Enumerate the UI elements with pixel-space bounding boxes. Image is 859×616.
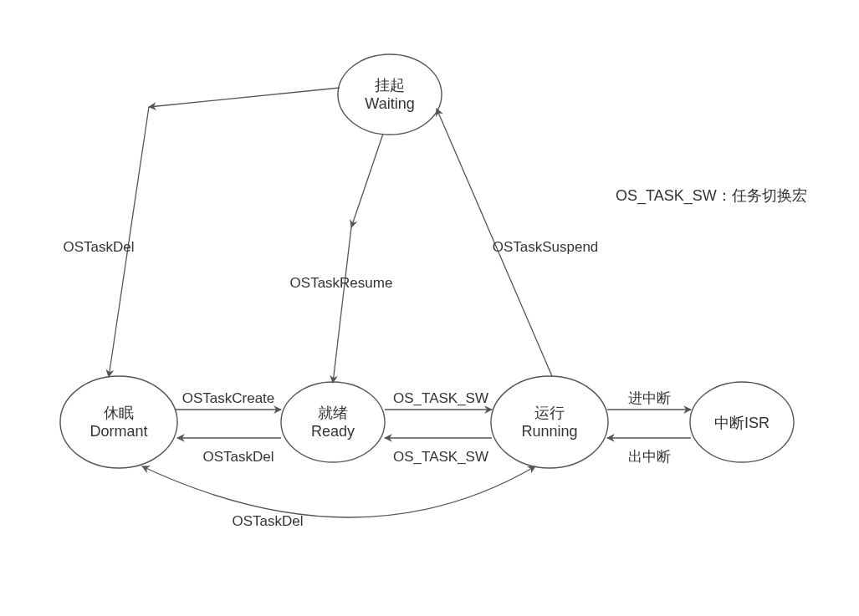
edge-ready-dormant-label: OSTaskDel [202, 449, 274, 465]
node-waiting-en: Waiting [365, 95, 414, 112]
node-ready-cn: 就绪 [318, 405, 348, 421]
edge-running-ready-label: OS_TASK_SW [393, 449, 488, 465]
edge-waiting-dormant: OSTaskDel [63, 88, 340, 377]
node-waiting: 挂起 Waiting [338, 54, 442, 135]
edge-running-isr-label: 进中断 [628, 390, 671, 406]
state-diagram: 挂起 Waiting 休眠 Dormant 就绪 Ready 运行 Runnin… [0, 0, 859, 616]
edge-running-ready: OS_TASK_SW [385, 438, 492, 465]
edge-running-dormant-label: OSTaskDel [232, 513, 303, 529]
node-dormant-cn: 休眠 [104, 405, 134, 421]
edge-ready-running-label: OS_TASK_SW [393, 390, 488, 406]
node-dormant: 休眠 Dormant [60, 376, 177, 468]
node-dormant-en: Dormant [89, 423, 147, 440]
diagram-note: OS_TASK_SW：任务切换宏 [616, 187, 807, 205]
node-ready: 就绪 Ready [281, 382, 385, 462]
node-isr-cn: 中断ISR [714, 415, 770, 431]
node-ready-en: Ready [311, 423, 355, 440]
node-running: 运行 Running [491, 376, 608, 468]
edge-waiting-ready: OSTaskResume [290, 134, 393, 383]
edge-ready-running: OS_TASK_SW [385, 390, 492, 410]
node-running-en: Running [521, 423, 577, 440]
edge-isr-running-label: 出中断 [628, 449, 671, 465]
edge-dormant-ready: OSTaskCreate [176, 390, 281, 410]
edge-waiting-ready-label: OSTaskResume [290, 275, 393, 291]
edge-waiting-dormant-label: OSTaskDel [63, 239, 134, 255]
edge-running-isr: 进中断 [607, 390, 691, 410]
edge-isr-running: 出中断 [607, 438, 691, 465]
edge-running-waiting: OSTaskSuspend [437, 109, 598, 376]
edge-ready-dormant: OSTaskDel [177, 438, 281, 465]
node-waiting-cn: 挂起 [375, 77, 405, 94]
node-running-cn: 运行 [534, 405, 565, 421]
edge-running-waiting-label: OSTaskSuspend [493, 239, 599, 255]
edge-running-dormant: OSTaskDel [142, 466, 535, 529]
node-isr: 中断ISR [690, 382, 794, 462]
edge-dormant-ready-label: OSTaskCreate [182, 390, 275, 406]
